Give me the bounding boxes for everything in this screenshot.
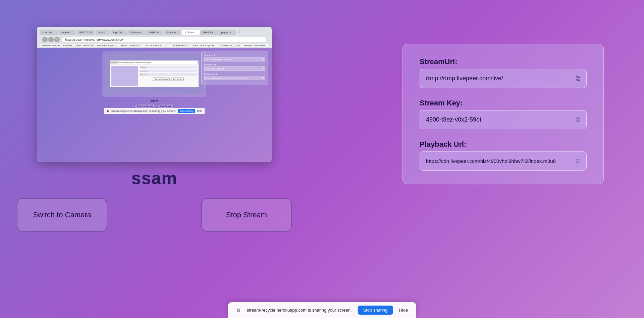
stream-url-value: rtmp://rtmp.livepeer.com/live/ ⧉ xyxy=(420,69,587,88)
tab-register[interactable]: register:... xyxy=(59,30,76,35)
hide-share-bar-button[interactable]: Hide xyxy=(399,308,408,313)
inner-playback-text: https://cdn.livepeer.com/hls/4900vhol9hh… xyxy=(206,77,249,79)
bookmark-js[interactable]: JavaScript Algorith... xyxy=(97,44,118,47)
reload-button[interactable]: ↻ xyxy=(54,37,60,42)
inner-stream-url-value: rtmp://rtmp.livepeer.com/live/ ⧉ xyxy=(204,57,265,61)
stream-url-label: StreamUrl: xyxy=(420,57,587,66)
inner-mini-browser: https://stream-recycle.herokuapp.com/sho… xyxy=(110,60,199,87)
tab-recycle[interactable]: RECYCLE xyxy=(77,30,95,35)
new-tab-button[interactable]: + xyxy=(236,29,243,36)
playback-url-group: Playback Url: https://cdn.livepeer.com/h… xyxy=(420,140,587,171)
inner-mini-playback-label: Playback Url: xyxy=(140,74,149,76)
switch-to-camera-button[interactable]: Switch to Camera xyxy=(17,198,107,232)
inner-copy-key-icon[interactable]: ⧉ xyxy=(262,67,264,70)
inner-stream-key-group: Stream Key: 4900-t8ez-v0x2-59dt ⧉ xyxy=(204,63,265,71)
inner-screen: https://stream-recycle.herokuapp.com/sho… xyxy=(105,54,204,94)
nav-arrows: ‹ › ↻ xyxy=(42,37,60,42)
inner-mini-content: StreamUrl: Stream Key: Playback Url: Swi… xyxy=(110,64,199,87)
playback-url-label: Playback Url: xyxy=(420,140,587,149)
inner-mini-stream-key-label: Stream Key: xyxy=(140,70,148,72)
inner-stream-key-value: 4900-t8ez-v0x2-59dt ⧉ xyxy=(204,66,265,71)
inner-playback-label: Playback Url: xyxy=(204,73,265,75)
inner-mini-stream-key: Stream Key: xyxy=(140,70,198,72)
bookmark-remix[interactable]: Remix – Ethereum l... xyxy=(121,44,143,47)
copy-playback-url-icon[interactable]: ⧉ xyxy=(576,157,580,165)
copy-stream-url-icon[interactable]: ⧉ xyxy=(576,75,580,82)
forward-button[interactable]: › xyxy=(48,37,54,42)
browser-hide-button[interactable]: Hide xyxy=(197,110,202,112)
stream-url-group: StreamUrl: rtmp://rtmp.livepeer.com/live… xyxy=(420,57,587,88)
browser-share-bar: 🖥 stream-recycle.herokuapp.com is sharin… xyxy=(104,108,205,114)
inner-mini-dot-2 xyxy=(113,62,115,63)
inner-mini-buttons: Switch to Camera Stop Stream xyxy=(140,77,198,82)
bookmark-gmail[interactable]: Gmail xyxy=(75,44,81,47)
address-bar[interactable]: https://stream-recycle.herokuapp.com/sho… xyxy=(62,37,266,42)
inner-copy-url-icon[interactable]: ⧉ xyxy=(262,58,264,60)
stop-stream-button[interactable]: Stop Stream xyxy=(201,198,292,232)
stream-panel-inner: StreamUrl: rtmp://rtmp.livepeer.com/live… xyxy=(201,51,268,85)
playback-url-value: https://cdn.livepeer.com/hls/4900vhol9hh… xyxy=(420,151,587,171)
browser-nav: ‹ › ↻ https://stream-recycle.herokuapp.c… xyxy=(40,36,269,44)
bookmark-gcloud[interactable]: GoogleCloudReady... xyxy=(244,44,266,47)
inner-mini-nav: https://stream-recycle.herokuapp.com/sho… xyxy=(110,60,199,64)
browser-share-icon: 🖥 xyxy=(107,109,109,112)
back-button[interactable]: ‹ xyxy=(42,37,48,42)
tab-logo[interactable]: logo To... xyxy=(111,30,127,35)
tab-recycle2[interactable]: Recycle... xyxy=(164,30,181,35)
bookmark-disney[interactable]: Disney+ Hotstar... xyxy=(172,44,190,47)
bookmarks-bar: Firebase console YouTube Gmail Facebook … xyxy=(40,44,269,48)
copy-stream-key-icon[interactable]: ⧉ xyxy=(576,116,580,124)
browser-window: Your Rec... register:... RECYCLE Video..… xyxy=(37,27,272,162)
tab-nh[interactable]: NH-13ltr... xyxy=(200,30,218,35)
inner-stop-stream-button[interactable]: Stop Stream xyxy=(158,104,174,108)
inner-stream-key-text: 4900-t8ez-v0x2-59dt xyxy=(206,68,224,70)
tab-paper[interactable]: paper m... xyxy=(218,30,236,35)
inner-stream-url-label: StreamUrl: xyxy=(204,54,265,56)
share-notification-bar: 🖥 stream-recycle.herokuapp.com is sharin… xyxy=(228,302,416,318)
stream-key-value: 4900-t8ez-v0x2-59dt ⧉ xyxy=(420,110,587,129)
inner-mini-left-panel xyxy=(111,66,138,86)
inner-stream-url-group: StreamUrl: rtmp://rtmp.livepeer.com/live… xyxy=(204,54,265,61)
inner-mini-addr: https://stream-recycle.herokuapp.com/sho… xyxy=(117,61,198,64)
bookmark-social[interactable]: Social & DAOs – Ch... xyxy=(146,44,169,47)
inner-copy-playback-icon[interactable]: ⧉ xyxy=(262,77,264,79)
inner-mini-dot-1 xyxy=(111,62,113,63)
share-bar-domain-text: stream-recycle.herokuapp.com is sharing … xyxy=(247,308,352,313)
inner-mini-stop-stream[interactable]: Stop Stream xyxy=(171,78,184,81)
bookmark-facebook[interactable]: Facebook xyxy=(84,44,94,47)
bookmark-rollethon[interactable]: 12 Rollethon: 2) Cre... xyxy=(219,44,241,47)
browser-stop-sharing-button[interactable]: Stop sharing xyxy=(178,109,195,113)
playback-url-text: https://cdn.livepeer.com/hls/4900vhol9hh… xyxy=(426,158,556,164)
stream-info-panel: StreamUrl: rtmp://rtmp.livepeer.com/live… xyxy=(402,44,604,184)
stream-key-label: Stream Key: xyxy=(420,99,587,107)
inner-stream-url-text: rtmp://rtmp.livepeer.com/live/ xyxy=(206,58,232,60)
share-bar-screen-icon: 🖥 xyxy=(236,308,241,313)
bookmark-basicjs[interactable]: Basic JavaScript De... xyxy=(193,44,216,47)
inner-mini-switch-camera[interactable]: Switch to Camera xyxy=(153,78,169,81)
bookmark-youtube[interactable]: YouTube xyxy=(63,44,72,47)
browser-page: https://stream-recycle.herokuapp.com/sho… xyxy=(37,48,272,162)
inner-playback-group: Playback Url: https://cdn.livepeer.com/h… xyxy=(204,73,265,80)
stop-sharing-button[interactable]: Stop sharing xyxy=(358,306,393,315)
tab-your-rec[interactable]: Your Rec... xyxy=(40,30,58,35)
browser-chrome: Your Rec... register:... RECYCLE Video..… xyxy=(37,27,272,48)
inner-playback-value: https://cdn.livepeer.com/hls/4900vhol9hh… xyxy=(204,76,265,80)
inner-switch-camera-button[interactable]: Switch to Camera xyxy=(135,104,155,108)
bookmark-firebase[interactable]: Firebase console xyxy=(42,44,60,47)
inner-mini-playback: Playback Url: xyxy=(140,73,198,76)
username-display: ssam xyxy=(131,168,177,188)
tab-video[interactable]: Video... xyxy=(96,30,110,35)
inner-username: ssam xyxy=(150,99,158,103)
tab-lithabb[interactable]: LitHAbb... xyxy=(146,30,163,35)
inner-stream-key-label: Stream Key: xyxy=(204,63,265,66)
tab-software[interactable]: Software... xyxy=(127,30,146,35)
stream-key-group: Stream Key: 4900-t8ez-v0x2-59dt ⧉ xyxy=(420,99,587,129)
browser-share-text: stream-recycle.herokuapp.com is sharing … xyxy=(111,109,176,112)
inner-mini-stream-url-label: StreamUrl: xyxy=(140,66,147,68)
tab-id-keys[interactable]: ID Keys:... xyxy=(182,30,200,35)
inner-preview: https://stream-recycle.herokuapp.com/sho… xyxy=(102,51,206,97)
inner-mini-stream-url: StreamUrl: xyxy=(140,66,198,69)
stream-url-text: rtmp://rtmp.livepeer.com/live/ xyxy=(426,75,503,82)
stream-key-text: 4900-t8ez-v0x2-59dt xyxy=(426,116,481,123)
left-panel: Your Rec... register:... RECYCLE Video..… xyxy=(34,27,275,242)
